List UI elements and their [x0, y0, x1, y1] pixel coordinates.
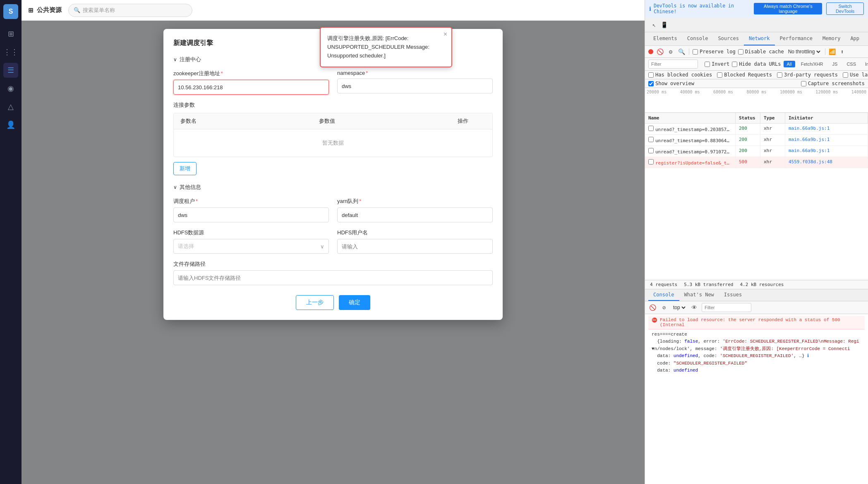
- blocked-requests[interactable]: Blocked Requests: [717, 72, 772, 78]
- filter-toggle[interactable]: ⚙: [667, 48, 675, 56]
- console-context-select[interactable]: top: [671, 304, 687, 311]
- row-checkbox[interactable]: [648, 137, 654, 142]
- console-filter-input[interactable]: [702, 303, 751, 312]
- table-row[interactable]: unread?_timestamp=0.20385741159836... 20…: [645, 124, 868, 135]
- row-checkbox[interactable]: [648, 148, 654, 153]
- tab-app[interactable]: App: [845, 32, 864, 45]
- console-eye-icon[interactable]: 👁: [690, 303, 698, 312]
- network-filter-bar: Invert Hide data URLs All Fetch/XHR JS C…: [645, 58, 868, 71]
- sidebar-item-user[interactable]: 👤: [3, 117, 18, 132]
- capture-screenshots-checkbox[interactable]: Capture screenshots: [801, 81, 865, 86]
- dialog-footer: 上一步 确定: [173, 295, 493, 310]
- sidebar: S ⊞ ⋮⋮ ☰ ◉ △ 👤: [0, 0, 22, 484]
- filter-input[interactable]: [648, 60, 698, 69]
- network-timeline-overview: 20000 ms 40000 ms 60000 ms 80000 ms 1000…: [645, 88, 868, 113]
- filter-type-xhr[interactable]: Fetch/XHR: [798, 61, 827, 67]
- invert-input[interactable]: [705, 62, 710, 67]
- select-hdfs-source[interactable]: 请选择 ∨: [173, 239, 329, 254]
- input-namespace[interactable]: [337, 79, 493, 93]
- search-button[interactable]: 🔍: [677, 48, 686, 56]
- filter-type-img[interactable]: Img: [862, 61, 868, 67]
- console-tab-issues[interactable]: Issues: [719, 289, 747, 301]
- input-yarn-queue[interactable]: [337, 207, 493, 222]
- input-hdfs-user[interactable]: [337, 239, 493, 254]
- cursor-icon[interactable]: ↖: [650, 21, 658, 29]
- timeline-label-6: 120000 ms: [815, 90, 838, 94]
- params-table: 参数名 参数值 操作 暂无数据: [173, 113, 493, 157]
- search-icon: 🔍: [74, 7, 80, 13]
- sidebar-item-menu[interactable]: ☰: [3, 63, 18, 78]
- error-popup-close-button[interactable]: ×: [444, 31, 447, 38]
- clear-button[interactable]: 🚫: [656, 48, 664, 56]
- form-row-tenant: 调度租户* yarn队列*: [173, 198, 493, 222]
- header-search[interactable]: 🔍 搜索菜单名称: [68, 4, 192, 17]
- input-file-path[interactable]: [173, 270, 493, 285]
- preserve-log-checkbox[interactable]: Preserve log: [693, 49, 736, 55]
- tab-console[interactable]: Console: [682, 32, 713, 45]
- error-popup: × 调度引擎注册失败,原因: [ErrCode: UNSUPPORTED_SCH…: [320, 27, 452, 67]
- label-tenant: 调度租户*: [173, 198, 329, 205]
- devtools-notice-btn1[interactable]: Always match Chrome's language: [754, 3, 822, 14]
- filter-type-all[interactable]: All: [784, 61, 795, 67]
- code-line-2: {loading: false, error: 'ErrCode: SCHEDU…: [652, 338, 861, 346]
- console-clear-icon[interactable]: 🚫: [648, 303, 657, 312]
- console-tab-whats-new[interactable]: What's New: [679, 289, 719, 301]
- tab-performance[interactable]: Performance: [775, 32, 818, 45]
- table-row[interactable]: register?isUpdate=false&_timestamp=0....…: [645, 157, 868, 168]
- hide-data-urls-input[interactable]: [732, 62, 737, 67]
- cell-initiator[interactable]: 4559.f038d.js:48: [785, 157, 868, 168]
- sidebar-item-circle[interactable]: ◉: [3, 81, 18, 96]
- scheduler-dialog: 新建调度引擎 注册中心 zookeeper注册地址* namespace*: [163, 29, 503, 320]
- timeline-label-5: 100000 ms: [780, 90, 802, 94]
- invert-checkbox[interactable]: Invert: [705, 61, 729, 67]
- add-param-button[interactable]: 新增: [173, 162, 197, 175]
- form-group-file-path: 文件存储路径: [173, 260, 493, 285]
- disable-cache-checkbox[interactable]: Disable cache: [738, 49, 784, 55]
- tab-network[interactable]: Network: [744, 32, 775, 45]
- use-large-rows[interactable]: Use large request rows: [843, 72, 868, 78]
- confirm-button[interactable]: 确定: [339, 295, 370, 310]
- has-blocked-cookies[interactable]: Has blocked cookies: [648, 72, 712, 78]
- cell-status: 200: [736, 146, 760, 157]
- upload-icon[interactable]: ⬆: [838, 48, 846, 56]
- input-zookeeper[interactable]: [173, 80, 329, 95]
- disable-cache-input[interactable]: [738, 49, 743, 55]
- tab-memory[interactable]: Memory: [818, 32, 845, 45]
- console-block-icon[interactable]: ⊘: [660, 303, 668, 312]
- cell-name: unread?_timestamp=0.88306472330887...: [645, 135, 736, 145]
- record-button[interactable]: [648, 49, 653, 54]
- row-checkbox[interactable]: [648, 126, 654, 131]
- row-checkbox[interactable]: [648, 159, 654, 165]
- cell-initiator[interactable]: main.66a9b.js:1: [785, 124, 868, 134]
- tab-elements[interactable]: Elements: [648, 32, 682, 45]
- timeline-label-7: 140000: [851, 90, 866, 94]
- console-tab-main[interactable]: Console: [648, 289, 679, 301]
- cell-name: register?isUpdate=false&_timestamp=0....: [645, 157, 736, 168]
- cell-status: 200: [736, 135, 760, 145]
- sidebar-item-apps[interactable]: ⊞: [3, 26, 18, 41]
- sidebar-item-grid[interactable]: ⋮⋮: [3, 45, 18, 60]
- hide-data-urls-checkbox[interactable]: Hide data URLs: [732, 61, 781, 67]
- cell-initiator[interactable]: main.66a9b.js:1: [785, 135, 868, 145]
- console-toolbar: 🚫 ⊘ top 👁: [645, 301, 868, 314]
- cell-initiator[interactable]: main.66a9b.js:1: [785, 146, 868, 157]
- col-header-param-value: 参数值: [312, 113, 451, 129]
- third-party-requests[interactable]: 3rd-party requests: [777, 72, 838, 78]
- sep1: [689, 48, 689, 55]
- prev-button[interactable]: 上一步: [296, 295, 334, 310]
- cell-type: xhr: [760, 146, 785, 157]
- cell-status: 500: [736, 157, 760, 168]
- table-row[interactable]: unread?_timestamp=0.88306472330887... 20…: [645, 135, 868, 146]
- input-tenant[interactable]: [173, 207, 329, 222]
- show-overview-checkbox[interactable]: Show overview: [648, 81, 694, 86]
- devtools-notice-btn2[interactable]: Switch DevTools: [826, 2, 864, 15]
- cell-status: 200: [736, 124, 760, 134]
- throttling-select[interactable]: No throttling: [786, 48, 822, 55]
- filter-type-js[interactable]: JS: [829, 61, 841, 67]
- device-icon[interactable]: 📱: [660, 21, 668, 29]
- preserve-log-input[interactable]: [693, 49, 698, 55]
- table-row[interactable]: unread?_timestamp=0.97107221868488... 20…: [645, 146, 868, 157]
- tab-sources[interactable]: Sources: [713, 32, 744, 45]
- filter-type-css[interactable]: CSS: [843, 61, 859, 67]
- sidebar-item-triangle[interactable]: △: [3, 99, 18, 114]
